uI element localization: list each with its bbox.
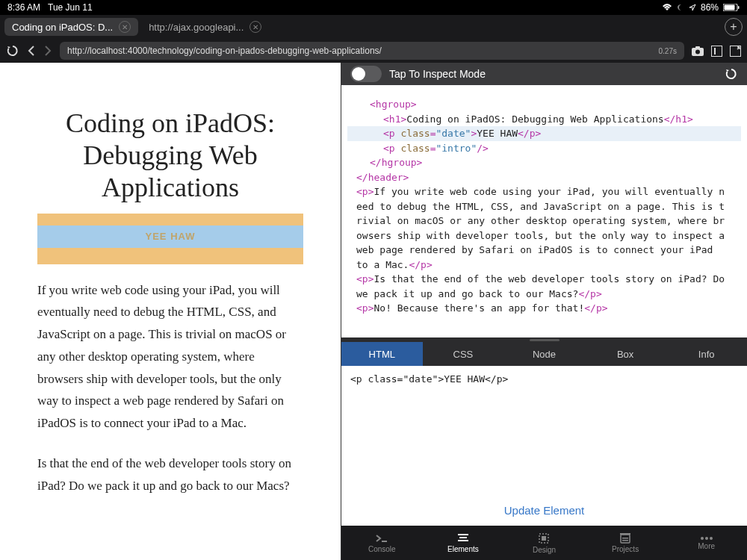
- nav-console[interactable]: Console: [341, 526, 423, 560]
- tab-1-close-icon[interactable]: ✕: [119, 21, 131, 33]
- tab-2[interactable]: http://ajax.googleapi... ✕: [141, 18, 269, 36]
- svg-rect-1: [725, 5, 735, 10]
- moon-icon: [677, 4, 684, 11]
- status-time: 8:36 AM: [7, 2, 40, 13]
- element-detail-panel[interactable]: <p class="date">YEE HAW</p> Update Eleme…: [341, 366, 747, 526]
- inspector-refresh-icon[interactable]: [725, 67, 738, 81]
- tab-2-close-icon[interactable]: ✕: [249, 21, 261, 33]
- console-icon: [375, 533, 388, 544]
- inspector-header: Tap To Inspect Mode: [341, 63, 747, 85]
- svg-rect-6: [712, 46, 722, 56]
- share-icon[interactable]: [730, 46, 741, 57]
- dom-node: rivial on macOS or any other desktop ope…: [347, 214, 741, 228]
- new-tab-button[interactable]: +: [725, 18, 743, 36]
- forward-icon[interactable]: [43, 45, 52, 57]
- svg-rect-4: [695, 46, 700, 49]
- url-input[interactable]: http://localhost:4000/technology/coding-…: [60, 42, 684, 60]
- svg-rect-11: [458, 540, 468, 541]
- dom-node-selected: <p class="date">YEE HAW</p>: [347, 126, 741, 141]
- svg-rect-7: [714, 48, 716, 55]
- dom-node: </header>: [347, 170, 741, 185]
- svg-rect-13: [542, 536, 546, 541]
- dom-node: owsers ship with developer tools, but th…: [347, 228, 741, 243]
- page-paragraph-2: Is that the end of the web developer too…: [37, 452, 303, 497]
- dom-node: <p>If you write web code using your iPad…: [347, 184, 741, 199]
- svg-rect-15: [620, 533, 630, 535]
- highlighted-date-text: YEE HAW: [37, 225, 303, 248]
- url-text: http://localhost:4000/technology/coding-…: [67, 46, 651, 56]
- projects-icon: [619, 532, 631, 544]
- camera-icon[interactable]: [692, 46, 704, 56]
- split-view-icon[interactable]: [711, 46, 722, 57]
- more-icon: [700, 536, 713, 541]
- tab-1-label: Coding on iPadOS: D...: [12, 22, 113, 33]
- dom-node: <p>Is that the end of the web developer …: [347, 272, 741, 287]
- page-title: Coding on iPadOS: Debugging Web Applicat…: [22, 108, 318, 205]
- dom-node: eed to debug the HTML, CSS, and JavaScri…: [347, 199, 741, 214]
- dom-node: we pack it up and go back to our Macs?</…: [347, 287, 741, 302]
- dom-node: to a Mac.</p>: [347, 258, 741, 273]
- browser-tab-bar: Coding on iPadOS: D... ✕ http://ajax.goo…: [0, 15, 747, 39]
- back-icon[interactable]: [27, 45, 36, 57]
- svg-point-5: [695, 49, 700, 54]
- dom-node: <hgroup>: [347, 97, 741, 112]
- dom-node: web page rendered by Safari on iPadOS is…: [347, 243, 741, 258]
- inspector-tab-info[interactable]: Info: [666, 342, 747, 366]
- tab-1[interactable]: Coding on iPadOS: D... ✕: [4, 18, 138, 36]
- load-time: 0.27s: [659, 47, 677, 55]
- inspector-tab-html[interactable]: HTML: [341, 342, 423, 366]
- location-icon: [689, 4, 696, 11]
- selected-element-highlight[interactable]: YEE HAW: [37, 214, 303, 264]
- update-element-button[interactable]: Update Element: [504, 504, 585, 517]
- svg-rect-9: [458, 534, 468, 535]
- svg-rect-16: [622, 538, 628, 539]
- ios-status-bar: 8:36 AM Tue Jun 11 86%: [0, 0, 747, 15]
- dom-node: </hgroup>: [347, 155, 741, 170]
- inspect-mode-label: Tap To Inspect Mode: [389, 68, 486, 80]
- bottom-nav: Console Elements Design Projects More: [341, 526, 747, 560]
- url-toolbar: http://localhost:4000/technology/coding-…: [0, 39, 747, 63]
- battery-icon: [723, 4, 740, 11]
- battery-percent: 86%: [701, 2, 719, 13]
- elements-icon: [457, 533, 469, 544]
- element-source: <p class="date">YEE HAW</p>: [350, 373, 738, 385]
- dom-node: <p>No! Because there's an app for that!<…: [347, 301, 741, 316]
- inspect-mode-toggle[interactable]: [350, 66, 382, 82]
- design-icon: [538, 532, 550, 544]
- nav-elements[interactable]: Elements: [423, 526, 504, 560]
- inspector-tab-box[interactable]: Box: [585, 342, 666, 366]
- dom-node: <h1>Coding on iPadOS: Debugging Web Appl…: [347, 112, 741, 127]
- wifi-icon: [662, 4, 672, 11]
- svg-rect-17: [622, 540, 628, 541]
- status-date: Tue Jun 11: [48, 2, 93, 13]
- inspector-tab-node[interactable]: Node: [503, 342, 585, 366]
- tab-2-label: http://ajax.googleapi...: [149, 22, 244, 33]
- svg-rect-10: [459, 537, 467, 538]
- svg-rect-2: [738, 6, 740, 9]
- dom-node: <p class="intro"/>: [347, 141, 741, 156]
- inspector-tab-css[interactable]: CSS: [423, 342, 504, 366]
- rendered-webpage[interactable]: Coding on iPadOS: Debugging Web Applicat…: [0, 63, 341, 560]
- inspector-tabs: HTML CSS Node Box Info: [341, 342, 747, 366]
- reload-icon[interactable]: [6, 44, 19, 57]
- nav-more[interactable]: More: [666, 526, 747, 560]
- web-inspector: Tap To Inspect Mode <hgroup> <h1>Coding …: [341, 63, 747, 560]
- svg-point-18: [701, 537, 704, 540]
- page-paragraph-1: If you write web code using your iPad, y…: [37, 279, 303, 435]
- nav-design[interactable]: Design: [503, 526, 585, 560]
- nav-projects[interactable]: Projects: [585, 526, 666, 560]
- svg-point-20: [710, 537, 713, 540]
- dom-tree[interactable]: <hgroup> <h1>Coding on iPadOS: Debugging…: [341, 85, 747, 337]
- svg-point-19: [705, 537, 708, 540]
